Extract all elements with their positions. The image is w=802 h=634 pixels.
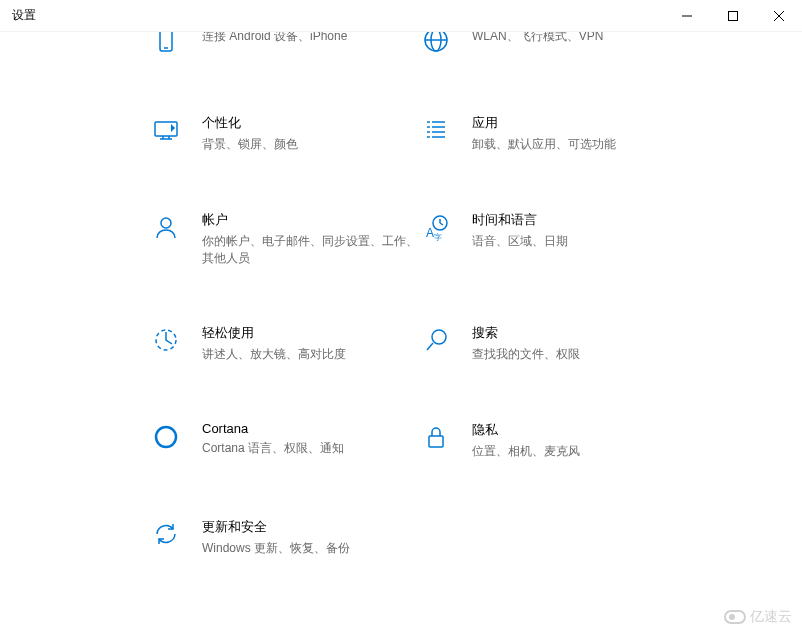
category-personalization[interactable]: 个性化 背景、锁屏、颜色 [150, 114, 420, 153]
category-desc: 背景、锁屏、颜色 [202, 136, 420, 153]
category-update-security[interactable]: 更新和安全 Windows 更新、恢复、备份 [150, 518, 420, 557]
category-desc: 查找我的文件、权限 [472, 346, 690, 363]
phone-icon [150, 32, 182, 56]
svg-point-7 [431, 32, 441, 51]
category-network[interactable]: WLAN、飞行模式、VPN [420, 32, 690, 56]
svg-point-21 [161, 218, 171, 228]
category-desc: WLAN、飞行模式、VPN [472, 32, 690, 45]
person-icon [150, 211, 182, 243]
category-title: 轻松使用 [202, 324, 420, 342]
category-phone[interactable]: 连接 Android 设备、iPhone [150, 32, 420, 56]
category-ease-of-access[interactable]: 轻松使用 讲述人、放大镜、高对比度 [150, 324, 420, 363]
svg-point-6 [425, 32, 447, 51]
category-title: 时间和语言 [472, 211, 690, 229]
window-controls [664, 0, 802, 31]
svg-line-24 [440, 223, 443, 225]
update-icon [150, 518, 182, 550]
svg-point-28 [432, 330, 446, 344]
lock-icon [420, 421, 452, 453]
category-title: 应用 [472, 114, 690, 132]
category-desc: 讲述人、放大镜、高对比度 [202, 346, 420, 363]
search-icon [420, 324, 452, 356]
category-search[interactable]: 搜索 查找我的文件、权限 [420, 324, 690, 363]
category-time-language[interactable]: A字 时间和语言 语音、区域、日期 [420, 211, 690, 267]
svg-text:A: A [426, 226, 434, 240]
watermark: 亿速云 [724, 608, 792, 626]
category-desc: Cortana 语言、权限、通知 [202, 440, 420, 457]
time-language-icon: A字 [420, 211, 452, 243]
apps-icon [420, 114, 452, 146]
categories-grid: 连接 Android 设备、iPhone WLAN、飞行模式、VPN 个性化 背… [150, 32, 772, 557]
globe-icon [420, 32, 452, 56]
category-title: 搜索 [472, 324, 690, 342]
svg-point-30 [156, 427, 176, 447]
minimize-button[interactable] [664, 0, 710, 32]
category-title: 帐户 [202, 211, 420, 229]
svg-line-29 [427, 343, 433, 350]
cortana-icon [150, 421, 182, 453]
svg-rect-31 [429, 436, 443, 447]
category-desc: Windows 更新、恢复、备份 [202, 540, 420, 557]
category-desc: 卸载、默认应用、可选功能 [472, 136, 690, 153]
category-title: 隐私 [472, 421, 690, 439]
category-desc: 连接 Android 设备、iPhone [202, 32, 420, 45]
category-privacy[interactable]: 隐私 位置、相机、麦克风 [420, 421, 690, 460]
category-apps[interactable]: 应用 卸载、默认应用、可选功能 [420, 114, 690, 153]
category-title: 更新和安全 [202, 518, 420, 536]
maximize-button[interactable] [710, 0, 756, 32]
ease-icon [150, 324, 182, 356]
category-title: 个性化 [202, 114, 420, 132]
svg-text:字: 字 [434, 233, 442, 242]
category-title: Cortana [202, 421, 420, 436]
category-desc: 语音、区域、日期 [472, 233, 690, 250]
category-accounts[interactable]: 帐户 你的帐户、电子邮件、同步设置、工作、其他人员 [150, 211, 420, 267]
personalization-icon [150, 114, 182, 146]
settings-content: 连接 Android 设备、iPhone WLAN、飞行模式、VPN 个性化 背… [0, 32, 802, 634]
close-button[interactable] [756, 0, 802, 32]
category-desc: 你的帐户、电子邮件、同步设置、工作、其他人员 [202, 233, 420, 267]
category-cortana[interactable]: Cortana Cortana 语言、权限、通知 [150, 421, 420, 460]
window-title: 设置 [12, 7, 36, 24]
category-desc: 位置、相机、麦克风 [472, 443, 690, 460]
watermark-text: 亿速云 [750, 608, 792, 626]
watermark-icon [724, 610, 746, 624]
svg-rect-1 [729, 12, 738, 21]
title-bar: 设置 [0, 0, 802, 32]
